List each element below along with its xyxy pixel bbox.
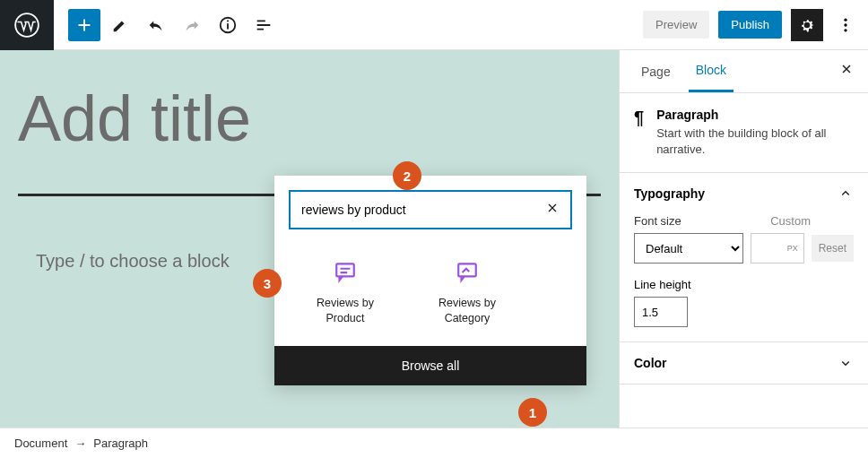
annotation-3: 3: [253, 269, 282, 298]
line-height-input[interactable]: 1.5: [634, 297, 688, 327]
block-description: ¶ Paragraph Start with the building bloc…: [620, 93, 868, 173]
post-title-input[interactable]: Add title: [18, 86, 601, 151]
list-icon: [254, 15, 273, 35]
editor-topbar: Preview Publish: [0, 0, 868, 50]
outline-button[interactable]: [247, 9, 280, 41]
annotation-2: 2: [393, 161, 421, 190]
chevron-up-icon: [838, 186, 854, 202]
color-panel: Color: [620, 342, 868, 385]
inserter-search-input[interactable]: [301, 203, 545, 217]
breadcrumb: Document → Paragraph: [0, 428, 868, 458]
svg-point-5: [844, 23, 846, 26]
reset-button[interactable]: Reset: [812, 235, 854, 262]
block-name: Paragraph: [656, 108, 854, 122]
svg-point-0: [15, 13, 39, 37]
block-option-label: Reviews by Product: [296, 296, 395, 326]
redo-icon: [182, 15, 202, 35]
publish-button[interactable]: Publish: [718, 11, 782, 39]
custom-label: Custom: [770, 214, 811, 228]
color-heading: Color: [634, 356, 667, 370]
svg-rect-3: [227, 20, 229, 22]
info-button[interactable]: [212, 9, 244, 41]
breadcrumb-root[interactable]: Document: [14, 436, 67, 450]
undo-button[interactable]: [140, 9, 172, 41]
custom-size-input[interactable]: PX: [751, 233, 804, 264]
svg-rect-2: [227, 23, 229, 29]
wordpress-logo[interactable]: [0, 0, 54, 50]
edit-mode-button[interactable]: [104, 9, 136, 41]
editor-canvas[interactable]: Add title Type / to choose a block Revie…: [0, 50, 619, 428]
svg-point-6: [844, 29, 846, 31]
undo-icon: [146, 15, 166, 35]
annotation-1: 1: [518, 398, 547, 427]
reviews-product-icon: [334, 260, 357, 283]
svg-rect-7: [336, 264, 354, 276]
more-menu-button[interactable]: [832, 16, 859, 34]
settings-button[interactable]: [791, 9, 823, 41]
gear-icon: [798, 16, 816, 34]
add-block-button[interactable]: [68, 9, 100, 41]
tab-page[interactable]: Page: [634, 52, 678, 91]
info-icon: [218, 15, 238, 35]
inserter-search-wrap: [289, 190, 572, 229]
line-height-label: Line height: [634, 278, 854, 291]
clear-search-button[interactable]: [545, 201, 560, 220]
plus-icon: [74, 15, 94, 35]
reviews-category-icon: [456, 260, 479, 283]
redo-button[interactable]: [176, 9, 208, 41]
browse-all-button[interactable]: Browse all: [274, 346, 586, 385]
font-size-label: Font size: [634, 214, 760, 228]
close-sidebar-button[interactable]: [839, 62, 854, 81]
toolbar-left: [54, 9, 280, 41]
pencil-icon: [110, 15, 130, 35]
paragraph-icon: ¶: [634, 108, 644, 158]
block-option-reviews-by-product[interactable]: Reviews by Product: [296, 260, 395, 326]
close-icon: [545, 201, 560, 215]
toolbar-right: Preview Publish: [643, 9, 868, 41]
block-inserter-popup: Reviews by Product Reviews by Category B…: [274, 176, 586, 385]
settings-sidebar: Page Block ¶ Paragraph Start with the bu…: [619, 50, 868, 428]
typography-panel: Typography Font size Custom Default PX R…: [620, 173, 868, 342]
kebab-icon: [837, 16, 855, 34]
tab-block[interactable]: Block: [689, 50, 733, 92]
block-option-reviews-by-category[interactable]: Reviews by Category: [418, 260, 516, 326]
typography-panel-toggle[interactable]: Typography: [620, 173, 868, 214]
breadcrumb-leaf[interactable]: Paragraph: [93, 436, 148, 450]
preview-button[interactable]: Preview: [643, 11, 709, 39]
breadcrumb-sep: →: [74, 436, 86, 450]
typography-panel-body: Font size Custom Default PX Reset Line h…: [620, 214, 868, 341]
editor-main: Add title Type / to choose a block Revie…: [0, 50, 868, 428]
inserter-results: Reviews by Product Reviews by Category: [274, 244, 586, 346]
chevron-down-icon: [838, 355, 854, 371]
block-option-label: Reviews by Category: [418, 296, 516, 326]
wordpress-icon: [14, 13, 39, 38]
svg-point-4: [844, 18, 846, 21]
sidebar-tabs: Page Block: [620, 50, 868, 93]
font-size-select[interactable]: Default: [634, 233, 743, 264]
color-panel-toggle[interactable]: Color: [620, 342, 868, 384]
close-icon: [839, 62, 854, 76]
typography-heading: Typography: [634, 186, 705, 201]
paragraph-placeholder: Type / to choose a block: [36, 251, 230, 272]
block-desc-text: Start with the building block of all nar…: [656, 125, 854, 158]
